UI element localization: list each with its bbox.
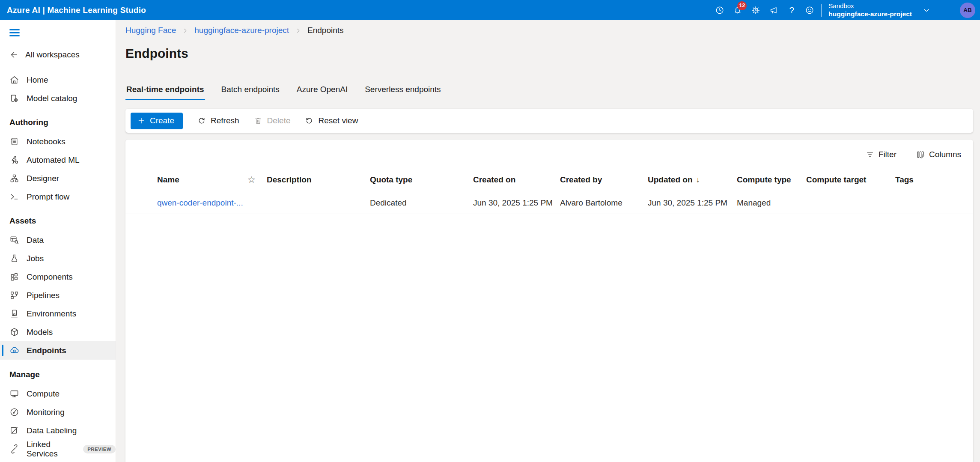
page-title: Endpoints (125, 46, 973, 61)
data-labeling-icon (9, 426, 19, 435)
sidebar-item-label: Monitoring (27, 408, 65, 417)
sidebar-item-endpoints[interactable]: Endpoints (0, 341, 116, 360)
columns-button[interactable]: Columns (916, 150, 961, 159)
filter-button[interactable]: Filter (866, 150, 897, 159)
sidebar-item-data[interactable]: Data (0, 231, 116, 249)
linked-services-icon (9, 444, 19, 454)
hamburger-menu-button[interactable] (9, 26, 20, 40)
table-controls: Filter Columns (125, 140, 973, 164)
breadcrumb-hub-link[interactable]: Hugging Face (125, 26, 176, 35)
tab-azure-openai[interactable]: Azure OpenAI (296, 85, 349, 100)
arrow-left-icon (9, 50, 19, 60)
header-name[interactable]: Name (125, 170, 247, 192)
tab-serverless-endpoints[interactable]: Serverless endpoints (364, 85, 441, 100)
sidebar-item-model-catalog[interactable]: Model catalog (0, 89, 116, 107)
refresh-label: Refresh (211, 116, 239, 125)
announcements-button[interactable] (765, 0, 783, 20)
cell-favorite[interactable] (247, 192, 267, 214)
cell-created-by: Alvaro Bartolome (560, 192, 648, 214)
compute-icon (9, 389, 19, 399)
prompt-flow-icon (9, 192, 19, 202)
avatar[interactable]: AB (960, 3, 975, 18)
sidebar-section-authoring: Authoring (0, 118, 116, 127)
create-button[interactable]: Create (131, 113, 183, 129)
create-label: Create (150, 116, 174, 125)
delete-button[interactable]: Delete (254, 116, 291, 125)
endpoints-table-card: Filter Columns Name ☆ Descript (125, 140, 973, 462)
workspace-name: huggingface-azure-project (828, 10, 912, 18)
columns-icon (916, 150, 925, 159)
sidebar-item-components[interactable]: Components (0, 268, 116, 286)
workspace-dropdown-button[interactable] (918, 0, 935, 20)
tab-real-time-endpoints[interactable]: Real-time endpoints (125, 85, 205, 100)
sidebar-item-label: Home (27, 75, 48, 85)
sidebar-item-data-labeling[interactable]: Data Labeling (0, 421, 116, 440)
all-workspaces-link[interactable]: All workspaces (9, 50, 116, 60)
header-created-on[interactable]: Created on (473, 170, 560, 192)
sidebar-item-pipelines[interactable]: Pipelines (0, 286, 116, 304)
sidebar-item-prompt-flow[interactable]: Prompt flow (0, 188, 116, 206)
table-row[interactable]: qwen-coder-endpoint-... Dedicated Jun 30… (125, 192, 973, 214)
sidebar-item-jobs[interactable]: Jobs (0, 249, 116, 268)
history-button[interactable] (711, 0, 729, 20)
sidebar-section-manage: Manage (0, 370, 116, 379)
toolbar: Create Refresh Delete Reset view (125, 109, 973, 133)
help-button[interactable]: ? (783, 0, 801, 20)
header-description[interactable]: Description (267, 170, 370, 192)
sidebar-item-models[interactable]: Models (0, 323, 116, 341)
endpoint-name-link[interactable]: qwen-coder-endpoint-... (157, 198, 243, 207)
models-icon (9, 327, 19, 337)
chevron-right-icon (182, 27, 188, 34)
tab-batch-endpoints[interactable]: Batch endpoints (220, 85, 280, 100)
sidebar-item-environments[interactable]: Environments (0, 304, 116, 323)
cell-description (267, 192, 370, 214)
designer-icon (9, 173, 19, 183)
columns-label: Columns (929, 150, 961, 159)
cell-updated-on: Jun 30, 2025 1:25 PM (648, 192, 737, 214)
notification-badge: 12 (737, 1, 747, 10)
environments-icon (9, 309, 19, 319)
sidebar-item-label: Notebooks (27, 137, 66, 146)
smiley-icon (805, 6, 814, 15)
trash-icon (254, 116, 262, 125)
header-tags[interactable]: Tags (895, 170, 973, 192)
sidebar-item-linked-services[interactable]: Linked Services PREVIEW (0, 440, 116, 458)
cell-created-on: Jun 30, 2025 1:25 PM (473, 192, 560, 214)
header-compute-type[interactable]: Compute type (737, 170, 806, 192)
sidebar-item-automated-ml[interactable]: Automated ML (0, 151, 116, 169)
clock-icon (715, 6, 724, 15)
pipelines-icon (9, 290, 19, 300)
feedback-button[interactable] (801, 0, 819, 20)
header-updated-on[interactable]: Updated on↓ (648, 170, 737, 192)
workspace-switcher[interactable]: Sandbox huggingface-azure-project (828, 2, 912, 19)
gear-icon (751, 6, 760, 15)
refresh-button[interactable]: Refresh (197, 116, 239, 125)
endpoint-tabs: Real-time endpoints Batch endpoints Azur… (125, 85, 973, 100)
sidebar-item-label: Endpoints (27, 346, 66, 355)
settings-button[interactable] (747, 0, 765, 20)
breadcrumb-project-link[interactable]: huggingface-azure-project (194, 26, 289, 35)
sidebar-section-assets: Assets (0, 216, 116, 226)
header-created-by[interactable]: Created by (560, 170, 648, 192)
header-compute-target[interactable]: Compute target (806, 170, 895, 192)
sidebar-item-label: Data (27, 235, 44, 245)
updated-on-label: Updated on (648, 175, 693, 184)
sidebar-item-label: Pipelines (27, 291, 60, 300)
header-favorite[interactable]: ☆ (247, 170, 267, 192)
header-quota-type[interactable]: Quota type (370, 170, 473, 192)
sidebar-item-home[interactable]: Home (0, 71, 116, 89)
notifications-button[interactable]: 12 (729, 0, 747, 20)
sidebar-item-label: Linked Services (27, 440, 72, 459)
monitoring-icon (9, 407, 19, 417)
reset-view-button[interactable]: Reset view (305, 116, 358, 125)
sidebar-item-monitoring[interactable]: Monitoring (0, 403, 116, 421)
data-icon (9, 235, 19, 245)
sidebar-item-notebooks[interactable]: Notebooks (0, 132, 116, 151)
sidebar-item-label: Models (27, 328, 53, 337)
automated-ml-icon (9, 155, 19, 165)
sidebar-item-designer[interactable]: Designer (0, 169, 116, 188)
sidebar-item-compute[interactable]: Compute (0, 385, 116, 403)
sidebar-item-label: Prompt flow (27, 192, 69, 202)
all-workspaces-label: All workspaces (25, 50, 80, 60)
sidebar-item-label: Designer (27, 174, 59, 183)
